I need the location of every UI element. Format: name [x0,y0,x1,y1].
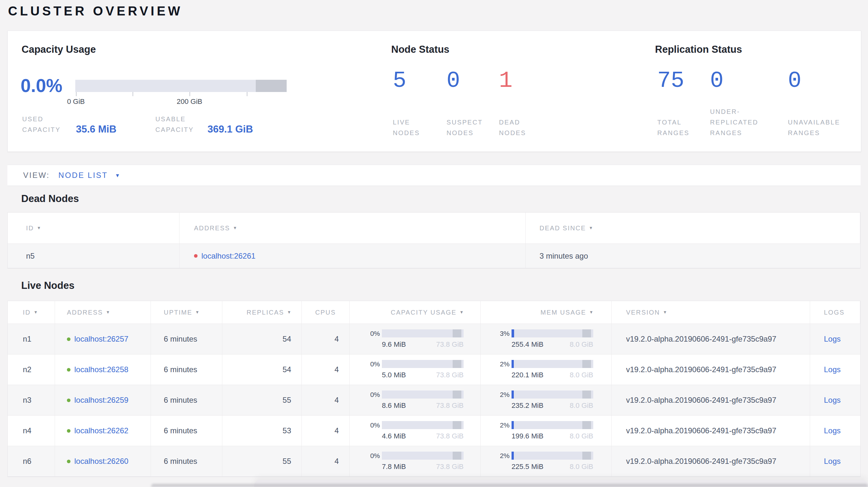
usable-capacity-label: USABLE CAPACITY [155,114,194,135]
logs-link[interactable]: Logs [824,334,841,344]
axis-label-200: 200 GiB [177,97,203,106]
logs-link[interactable]: Logs [824,426,841,435]
column-header[interactable]: ADDRESS ▼ [55,301,151,324]
sort-caret-icon: ▼ [233,226,237,230]
replicas-value: 55 [282,396,291,404]
capacity-bar [382,329,464,337]
mem-used-value: 225.5 MiB [512,462,544,471]
capacity-total-value: 73.8 GiB [436,401,464,410]
logs-link[interactable]: Logs [824,396,841,404]
capacity-percent-value: 0.0% [21,76,62,95]
capacity-usage-meter: 0% 4.6 MiB 73.8 GiB [366,421,464,441]
under-replicated-label: UNDER- REPLICATED RANGES [710,106,774,138]
sort-caret-icon: ▼ [663,310,667,315]
column-header[interactable]: VERSION ▼ [612,301,810,324]
dead-nodes-label: DEAD NODES [499,117,554,138]
version-value: v19.2.0-alpha.20190606-2491-gfe735c9a97 [626,334,776,344]
dead-status-dot-icon [194,254,197,258]
used-capacity-label: USED CAPACITY [22,114,60,135]
capacity-usage-bar: 0 GiB 200 GiB [75,80,287,92]
column-header[interactable]: REPLICAS ▼ [222,301,302,324]
node-address-link[interactable]: localhost:26261 [202,252,255,261]
mem-percent: 2% [496,452,509,460]
live-status-dot-icon [67,398,70,402]
live-nodes-table: ID ▼ ADDRESS ▼ UPTIME ▼ REPLICAS ▼ CPUS [7,301,861,477]
mem-bar [512,452,593,460]
capacity-bar-dark-segment [453,452,461,460]
replicas-value: 54 [282,365,291,374]
cpus-value: 4 [335,334,339,344]
capacity-percent: 0% [366,360,380,368]
sort-caret-icon: ▼ [37,226,41,230]
capacity-total-value: 73.8 GiB [436,462,464,471]
version-value: v19.2.0-alpha.20190606-2491-gfe735c9a97 [626,365,776,374]
mem-usage-meter: 2% 220.1 MiB 8.0 GiB [496,360,593,379]
capacity-used-value: 4.6 MiB [382,432,406,441]
capacity-bar [382,452,464,460]
column-header[interactable]: UPTIME ▼ [151,301,222,324]
stat-dead-nodes: 1 DEAD NODES [499,69,554,138]
stat-live-nodes: 5 LIVE NODES [393,69,447,138]
column-header[interactable]: MEM USAGE ▼ [480,301,612,324]
node-address-link[interactable]: localhost:26262 [74,426,128,435]
live-nodes-label: LIVE NODES [393,117,447,138]
mem-bar-fill [512,390,514,398]
sort-caret-icon: ▼ [33,310,38,315]
mem-used-value: 235.2 MiB [512,401,544,410]
live-status-dot-icon [67,337,70,341]
mem-bar-fill [512,360,514,368]
node-address-link[interactable]: localhost:26259 [74,396,128,404]
mem-bar [512,390,593,398]
node-id: n2 [23,365,32,374]
axis-label-zero: 0 GiB [67,97,85,106]
capacity-used-value: 9.6 MiB [382,340,406,349]
live-status-dot-icon [67,368,70,371]
column-header[interactable]: CAPACITY USAGE ▼ [350,301,480,324]
node-address-link[interactable]: localhost:26257 [74,334,128,344]
capacity-bar-dark-segment [453,390,461,398]
sort-caret-icon: ▼ [106,310,110,315]
node-id: n5 [26,252,35,261]
cpus-value: 4 [335,426,339,435]
column-header[interactable]: ADDRESS ▼ [180,213,526,244]
mem-total-value: 8.0 GiB [570,432,593,441]
column-header[interactable]: ID ▼ [8,213,180,244]
suspect-nodes-label: SUSPECT NODES [446,117,501,138]
column-header[interactable]: LOGS [810,301,860,324]
live-node-row: n3 localhost:26259 6 minutes 55 4 0% [8,385,860,416]
capacity-used-value: 8.6 MiB [382,401,406,410]
bottom-overlay-shadow-dark [151,484,868,487]
axis-tick [247,92,247,96]
column-header[interactable]: DEAD SINCE ▼ [526,213,860,244]
logs-link[interactable]: Logs [824,365,841,374]
column-header[interactable]: ID ▼ [8,301,55,324]
total-ranges-count: 75 [657,69,712,93]
mem-total-value: 8.0 GiB [570,371,593,379]
capacity-used-value: 7.8 MiB [382,462,406,471]
live-node-row: n2 localhost:26258 6 minutes 54 4 0% [8,355,860,385]
suspect-nodes-count: 0 [446,69,501,93]
mem-total-value: 8.0 GiB [570,401,593,410]
capacity-total-value: 73.8 GiB [436,340,464,349]
view-bar: VIEW: NODE LIST ▼ [7,165,861,186]
mem-used-value: 255.4 MiB [512,340,544,349]
live-node-row: n6 localhost:26260 6 minutes 55 4 0% [8,446,860,477]
mem-percent: 2% [496,360,509,368]
sort-caret-icon: ▼ [195,310,199,315]
mem-bar-dark-segment [582,421,591,429]
axis-tick [189,92,190,96]
total-ranges-label: TOTAL RANGES [657,117,712,138]
node-address-link[interactable]: localhost:26258 [74,365,128,374]
capacity-total-value: 73.8 GiB [436,371,464,379]
mem-bar-dark-segment [582,360,591,368]
logs-link[interactable]: Logs [824,457,841,466]
replicas-value: 53 [282,426,291,435]
version-value: v19.2.0-alpha.20190606-2491-gfe735c9a97 [626,396,776,404]
column-header[interactable]: CPUS [302,301,350,324]
mem-bar-dark-segment [582,452,591,460]
view-mode-selected[interactable]: NODE LIST [59,171,108,180]
uptime-value: 6 minutes [164,365,197,374]
stat-total-ranges: 75 TOTAL RANGES [657,69,712,138]
node-address-link[interactable]: localhost:26260 [74,457,128,466]
view-mode-dropdown[interactable]: NODE LIST ▼ [59,171,120,180]
